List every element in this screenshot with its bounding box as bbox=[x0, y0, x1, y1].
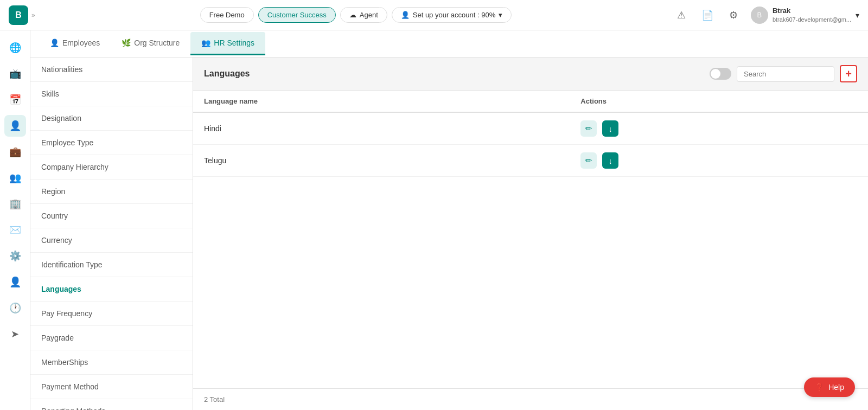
user-email: btrak607-development@gm... bbox=[773, 16, 851, 23]
tab-icon: 👤 bbox=[50, 39, 59, 47]
table-head: Language name Actions bbox=[193, 91, 868, 112]
help-button[interactable]: ❓ Help bbox=[804, 377, 855, 397]
download-icon[interactable]: ↓ bbox=[602, 120, 618, 137]
table-row: Telugu ✏ ↓ bbox=[193, 145, 868, 177]
nav-center: Free Demo Customer Success ☁ Agent 👤 Set… bbox=[48, 7, 664, 23]
table-header-row: Language name Actions bbox=[193, 91, 868, 112]
group-icon[interactable]: 👥 bbox=[4, 167, 26, 189]
sidebar-item-identification-type[interactable]: Identification Type bbox=[30, 253, 193, 277]
tab-employees[interactable]: 👤Employees bbox=[39, 32, 111, 55]
user-name: Btrak bbox=[773, 7, 851, 16]
settings-icon[interactable]: ⚙️ bbox=[4, 245, 26, 267]
sidebar-item-currency[interactable]: Currency bbox=[30, 228, 193, 253]
user2-icon[interactable]: 👤 bbox=[4, 271, 26, 293]
person-icon: 👤 bbox=[401, 11, 410, 19]
globe-icon[interactable]: 🌐 bbox=[4, 37, 26, 59]
help-icon: ❓ bbox=[815, 383, 824, 392]
settings-nav-icon[interactable]: ⚙ bbox=[725, 7, 742, 24]
section-title: Languages bbox=[204, 69, 250, 79]
chevron-down-icon: ▾ bbox=[499, 11, 502, 19]
calendar-icon[interactable]: 📅 bbox=[4, 89, 26, 111]
toggle-knob bbox=[711, 69, 720, 79]
sidebar-item-reporting-methods[interactable]: Reporting Methods bbox=[30, 399, 193, 410]
col-actions: Actions bbox=[570, 91, 868, 112]
action-icons: ✏ ↓ bbox=[580, 120, 857, 137]
sidebar-item-languages[interactable]: Languages bbox=[30, 277, 193, 302]
sidebar-item-nationalities[interactable]: Nationalities bbox=[30, 57, 193, 82]
sidebar-item-skills[interactable]: Skills bbox=[30, 82, 193, 106]
tab-icon: 🌿 bbox=[122, 39, 131, 47]
table-container: Language name Actions Hindi ✏ ↓ Telugu ✏ bbox=[193, 91, 868, 388]
warning-icon[interactable]: ⚠ bbox=[673, 7, 690, 24]
free-demo-button[interactable]: Free Demo bbox=[200, 7, 254, 23]
tab-hr-settings[interactable]: 👥HR Settings bbox=[190, 32, 265, 55]
actions-cell: ✏ ↓ bbox=[570, 145, 868, 177]
tab-icon: 👥 bbox=[201, 39, 210, 47]
tv-icon[interactable]: 📺 bbox=[4, 63, 26, 85]
tab-org-structure[interactable]: 🌿Org Structure bbox=[111, 32, 190, 55]
tab-label: Employees bbox=[62, 39, 100, 47]
setup-button[interactable]: 👤 Set up your account : 90% ▾ bbox=[392, 7, 512, 23]
language-name-cell: Hindi bbox=[193, 112, 570, 145]
tab-bar: 👤Employees🌿Org Structure👥HR Settings bbox=[30, 30, 868, 57]
sidebar-item-company-hierarchy[interactable]: Company Hierarchy bbox=[30, 155, 193, 180]
right-panel: Languages + Language name Actions bbox=[193, 57, 868, 410]
main-layout: 👤Employees🌿Org Structure👥HR Settings Nat… bbox=[30, 30, 868, 410]
toggle-switch[interactable] bbox=[710, 68, 731, 80]
languages-table: Language name Actions Hindi ✏ ↓ Telugu ✏ bbox=[193, 91, 868, 177]
edit-icon[interactable]: ✏ bbox=[580, 152, 597, 169]
right-header: Languages + bbox=[193, 57, 868, 91]
language-name-cell: Telugu bbox=[193, 145, 570, 177]
col-language-name: Language name bbox=[193, 91, 570, 112]
briefcase-icon[interactable]: 💼 bbox=[4, 141, 26, 163]
sidebar-item-payment-method[interactable]: Payment Method bbox=[30, 375, 193, 399]
agent-button[interactable]: ☁ Agent bbox=[340, 7, 387, 23]
download-icon[interactable]: ↓ bbox=[602, 152, 618, 169]
logo-area: B » bbox=[9, 5, 39, 25]
table-footer: 2 Total bbox=[193, 388, 868, 410]
org-icon[interactable]: 🏢 bbox=[4, 193, 26, 215]
sidebar-item-country[interactable]: Country bbox=[30, 204, 193, 228]
total-count: 2 Total bbox=[204, 395, 225, 403]
nav-right: ⚠ 📄 ⚙ B Btrak btrak607-development@gm...… bbox=[673, 7, 859, 24]
tab-label: Org Structure bbox=[134, 39, 180, 47]
tab-label: HR Settings bbox=[214, 39, 254, 47]
action-icons: ✏ ↓ bbox=[580, 152, 857, 169]
user-menu[interactable]: B Btrak btrak607-development@gm... ▾ bbox=[751, 7, 859, 24]
actions-cell: ✏ ↓ bbox=[570, 112, 868, 145]
sidebar-item-employee-type[interactable]: Employee Type bbox=[30, 131, 193, 155]
header-controls: + bbox=[710, 65, 857, 82]
clock-icon[interactable]: 🕐 bbox=[4, 297, 26, 319]
user-chevron-icon: ▾ bbox=[856, 11, 859, 20]
document-icon[interactable]: 📄 bbox=[699, 7, 716, 24]
left-panel: NationalitiesSkillsDesignationEmployee T… bbox=[30, 57, 193, 410]
add-button[interactable]: + bbox=[840, 65, 857, 82]
avatar: B bbox=[751, 7, 768, 24]
logo-icon[interactable]: B bbox=[9, 5, 28, 25]
top-navigation: B » Free Demo Customer Success ☁ Agent 👤… bbox=[0, 0, 868, 30]
sidebar-item-paygrade[interactable]: Paygrade bbox=[30, 326, 193, 350]
sidebar-item-region[interactable]: Region bbox=[30, 180, 193, 204]
sidebar-item-designation[interactable]: Designation bbox=[30, 106, 193, 131]
nav-expand-icon[interactable]: » bbox=[31, 11, 35, 19]
table-row: Hindi ✏ ↓ bbox=[193, 112, 868, 145]
edit-icon[interactable]: ✏ bbox=[580, 120, 597, 137]
sidebar-item-pay-frequency[interactable]: Pay Frequency bbox=[30, 302, 193, 326]
people-icon[interactable]: 👤 bbox=[4, 115, 26, 137]
table-body: Hindi ✏ ↓ Telugu ✏ ↓ bbox=[193, 112, 868, 177]
sidebar: 🌐📺📅👤💼👥🏢✉️⚙️👤🕐➤ bbox=[0, 30, 30, 410]
customer-success-button[interactable]: Customer Success bbox=[258, 7, 336, 23]
agent-icon: ☁ bbox=[349, 11, 356, 19]
content-area: NationalitiesSkillsDesignationEmployee T… bbox=[30, 57, 868, 410]
sidebar-item-memberships[interactable]: MemberShips bbox=[30, 350, 193, 375]
send-icon[interactable]: ➤ bbox=[4, 323, 26, 345]
mail-icon[interactable]: ✉️ bbox=[4, 219, 26, 241]
search-input[interactable] bbox=[737, 66, 834, 82]
